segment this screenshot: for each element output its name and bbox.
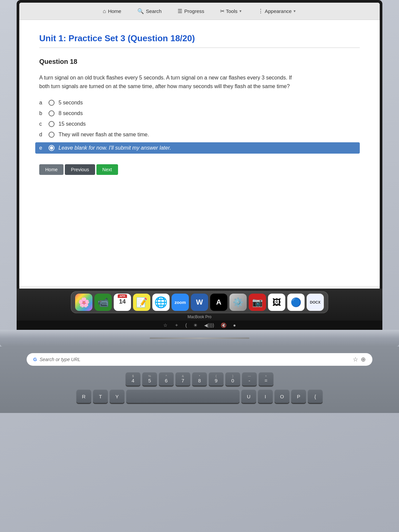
key-o-label: O: [280, 394, 284, 399]
key-y-label: Y: [115, 394, 119, 399]
key-i[interactable]: I: [258, 390, 273, 403]
main-content: Unit 1: Practice Set 3 (Question 18/20) …: [19, 20, 380, 286]
option-a[interactable]: a 5 seconds: [39, 100, 360, 106]
nav-search[interactable]: 🔍 Search: [135, 6, 165, 16]
option-b[interactable]: b 8 seconds: [39, 110, 360, 116]
touch-bar-star-icon[interactable]: ☆: [163, 323, 168, 328]
option-c-text: 15 seconds: [59, 121, 86, 127]
key-5-main: 5: [148, 378, 151, 384]
touch-bar-paren-icon[interactable]: (: [186, 323, 187, 328]
option-d-radio[interactable]: [49, 132, 55, 138]
nav-search-label: Search: [146, 8, 162, 14]
hinge-detail: [150, 337, 249, 339]
nav-tools[interactable]: ✂ Tools ▼: [217, 6, 245, 16]
key-equals[interactable]: + =: [259, 372, 273, 386]
dock-settings-icon[interactable]: ⚙️: [229, 294, 247, 311]
dock-notes-icon[interactable]: 📝: [133, 294, 150, 311]
option-e-text: Leave blank for now. I'll submit my answ…: [59, 145, 171, 151]
key-9-main: 9: [215, 378, 217, 384]
home-button[interactable]: Home: [39, 164, 64, 175]
key-y[interactable]: Y: [110, 390, 124, 403]
key-7[interactable]: & 7: [176, 372, 190, 386]
option-b-label: b: [39, 110, 45, 116]
option-a-label: a: [39, 100, 45, 106]
appearance-chevron-icon: ▼: [293, 9, 296, 13]
dock-photos-icon[interactable]: 🌸: [75, 294, 92, 311]
question-text: A turn signal on an old truck flashes ev…: [39, 73, 292, 90]
key-5[interactable]: % 5: [142, 372, 157, 386]
nav-home[interactable]: ⌂ Home: [100, 6, 124, 16]
nav-tools-label: Tools: [226, 8, 237, 14]
appearance-icon: ⋮: [258, 8, 263, 14]
dock-word-icon[interactable]: W: [191, 294, 208, 311]
tools-icon: ✂: [220, 8, 224, 14]
nav-appearance[interactable]: ⋮ Appearance ▼: [255, 6, 299, 16]
progress-icon: ☰: [178, 8, 182, 14]
google-icon: G: [33, 357, 37, 362]
answer-options: a 5 seconds b 8 seconds c 15 second: [39, 100, 360, 154]
url-bar[interactable]: G Search or type URL ☆ ⊕: [27, 353, 372, 366]
key-4[interactable]: $ 4: [126, 372, 140, 386]
key-8-main: 8: [198, 378, 201, 384]
dock-tutor-icon[interactable]: A: [210, 294, 227, 311]
url-bar-row: G Search or type URL ☆ ⊕: [27, 353, 372, 366]
key-r-label: R: [82, 394, 86, 399]
option-e-label: e: [39, 145, 45, 151]
dock-facetime-icon[interactable]: 📹: [94, 294, 112, 311]
option-e-radio[interactable]: [49, 145, 55, 151]
key-bracket[interactable]: {: [308, 390, 323, 403]
nav-progress[interactable]: ☰ Progress: [175, 6, 207, 16]
key-i-label: I: [265, 394, 266, 399]
touch-bar-volume-icon[interactable]: ◀)))): [204, 323, 214, 328]
touch-bar-plus-icon[interactable]: ＋: [174, 322, 179, 328]
key-6-main: 6: [165, 378, 168, 384]
dock-area: 🌸 📹 APR 14 📝 🌐 zoom W A ⚙️ 📷: [17, 289, 382, 321]
dock-bar: 🌸 📹 APR 14 📝 🌐 zoom W A ⚙️ 📷: [71, 291, 328, 313]
option-d-label: d: [39, 132, 45, 138]
title-divider: [39, 48, 360, 48]
dock-docs-icon[interactable]: DOCX: [307, 294, 324, 311]
option-d[interactable]: d They will never flash at the same time…: [39, 132, 360, 138]
option-b-radio[interactable]: [49, 110, 55, 116]
next-button[interactable]: Next: [96, 164, 118, 175]
option-a-text: 5 seconds: [59, 100, 83, 106]
key-p-label: P: [297, 394, 300, 399]
key-t[interactable]: T: [93, 390, 108, 403]
option-c-radio[interactable]: [49, 121, 55, 127]
touch-bar-mute-icon[interactable]: 🔇: [221, 323, 226, 328]
option-c-label: c: [39, 121, 45, 127]
key-minus[interactable]: — -: [242, 372, 257, 386]
home-icon: ⌂: [103, 8, 106, 14]
option-b-text: 8 seconds: [59, 110, 83, 116]
key-equals-main: =: [265, 378, 268, 384]
key-r[interactable]: R: [76, 390, 91, 403]
dock-chrome2-icon[interactable]: 🔵: [287, 294, 305, 311]
touch-bar-siri-icon[interactable]: ●: [233, 323, 236, 328]
previous-button[interactable]: Previous: [65, 164, 95, 175]
touch-bar-brightness-icon[interactable]: ✳: [194, 323, 198, 328]
option-a-radio[interactable]: [49, 100, 55, 106]
url-bar-bookmark-icon[interactable]: ☆: [353, 356, 358, 363]
key-u-label: U: [247, 394, 251, 399]
option-c[interactable]: c 15 seconds: [39, 121, 360, 127]
key-space[interactable]: [126, 390, 239, 403]
key-9[interactable]: ( 9: [209, 372, 223, 386]
question-heading: Question 18: [39, 58, 360, 66]
dock-calendar-icon[interactable]: APR 14: [114, 294, 131, 311]
key-o[interactable]: O: [275, 390, 289, 403]
dock-preview-icon[interactable]: 🖼: [268, 294, 285, 311]
dock-zoom-label: zoom: [175, 300, 186, 305]
option-e[interactable]: e Leave blank for now. I'll submit my an…: [35, 142, 360, 154]
key-0[interactable]: ) 0: [225, 372, 240, 386]
tools-chevron-icon: ▼: [239, 9, 242, 13]
key-p[interactable]: P: [291, 390, 306, 403]
url-bar-tab-plus-icon[interactable]: ⊕: [361, 356, 366, 363]
dock-photobooth-icon[interactable]: 📷: [249, 294, 266, 311]
key-6[interactable]: ^ 6: [159, 372, 174, 386]
option-d-text: They will never flash at the same time.: [59, 132, 149, 138]
dock-chrome-icon[interactable]: 🌐: [152, 294, 170, 311]
dock-zoom-icon[interactable]: zoom: [172, 294, 189, 311]
key-t-label: T: [99, 394, 102, 399]
key-8[interactable]: * 8: [192, 372, 207, 386]
key-u[interactable]: U: [241, 390, 256, 403]
